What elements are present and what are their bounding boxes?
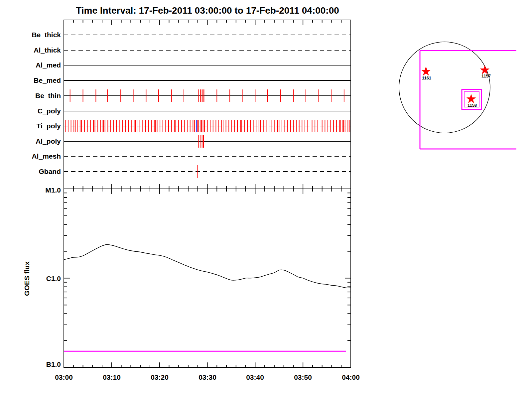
filter-label-be-med: Be_med xyxy=(34,76,61,84)
plot-title: Time Interval: 17-Feb-2011 03:00:00 to 1… xyxy=(76,5,339,16)
filter-label-al-poly: Al_poly xyxy=(36,137,61,145)
xtick-0320: 03:20 xyxy=(151,373,169,381)
active-region-label-1157: 1157 xyxy=(481,73,491,78)
active-region-star-1161 xyxy=(422,67,431,75)
goes-ytick-b1: B1.0 xyxy=(46,360,61,368)
filter-panel-border xyxy=(64,20,351,189)
xtick-0300: 03:00 xyxy=(55,373,73,381)
generated-graphics-layer xyxy=(64,20,516,367)
active-region-star-1158 xyxy=(467,94,476,103)
filter-label-al-med: Al_med xyxy=(36,61,61,69)
filter-label-be-thick: Be_thick xyxy=(32,31,61,39)
filter-label-al-thick: Al_thick xyxy=(34,46,61,54)
filter-label-gband: Gband xyxy=(39,168,61,175)
xrt-goes-plot-canvas: Time Interval: 17-Feb-2011 03:00:00 to 1… xyxy=(0,0,532,399)
goes-ytick-c1: C1.0 xyxy=(46,275,61,282)
filter-label-c-poly: C_poly xyxy=(38,107,61,115)
goes-panel-border xyxy=(64,189,351,367)
plot-page: Time Interval: 17-Feb-2011 03:00:00 to 1… xyxy=(0,0,532,399)
solar-limb-circle xyxy=(399,42,490,133)
xtick-0340: 03:40 xyxy=(246,373,264,381)
goes-flux-curve xyxy=(64,244,351,288)
active-region-label-1158: 1158 xyxy=(467,103,477,108)
xtick-0330: 03:30 xyxy=(199,373,216,381)
xtick-0350: 03:50 xyxy=(294,373,312,381)
xtick-0310: 03:10 xyxy=(103,373,121,381)
filter-label-ti-poly: Ti_poly xyxy=(37,122,61,130)
goes-y-axis-title: GOES flux xyxy=(23,261,31,296)
active-region-label-1161: 1161 xyxy=(422,75,431,80)
filter-label-al-mesh: Al_mesh xyxy=(32,152,61,160)
goes-ytick-m1: M1.0 xyxy=(45,186,61,194)
filter-label-be-thin: Be_thin xyxy=(35,92,61,99)
xtick-0400: 04:00 xyxy=(342,373,360,381)
